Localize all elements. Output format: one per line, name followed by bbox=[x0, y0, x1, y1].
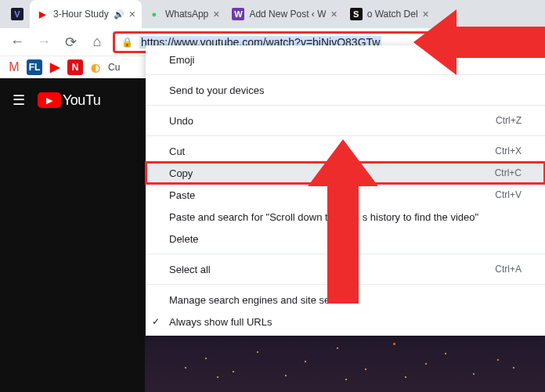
annotation-arrow-up-icon bbox=[304, 139, 382, 304]
tab-title: o Watch Del bbox=[367, 9, 418, 20]
favicon: S bbox=[350, 8, 363, 20]
tab-title: 3-Hour Study bbox=[53, 9, 109, 20]
svg-marker-1 bbox=[308, 139, 378, 304]
reload-button[interactable]: ⟳ bbox=[60, 31, 81, 53]
gmail-icon[interactable]: M bbox=[6, 59, 22, 75]
youtube-play-icon: ▶ bbox=[38, 92, 61, 108]
forward-button[interactable]: → bbox=[33, 31, 55, 53]
browser-tab[interactable]: V bbox=[5, 0, 30, 28]
check-icon: ✓ bbox=[152, 316, 160, 327]
separator bbox=[146, 135, 545, 136]
shortcut: Ctrl+A bbox=[495, 264, 522, 275]
shortcut: Ctrl+Z bbox=[496, 115, 522, 126]
wordpress-icon: W bbox=[232, 8, 244, 20]
browser-tab[interactable]: ● WhatsApp × bbox=[142, 0, 226, 28]
home-button[interactable]: ⌂ bbox=[86, 31, 108, 53]
youtube-icon: ▶ bbox=[36, 8, 49, 20]
svg-marker-0 bbox=[413, 9, 545, 75]
tab-title: Add New Post ‹ W bbox=[249, 9, 326, 20]
favicon: V bbox=[11, 8, 23, 20]
annotation-arrow-left-icon bbox=[413, 3, 545, 81]
tab-close-icon[interactable]: × bbox=[330, 8, 337, 20]
tab-close-icon[interactable]: × bbox=[213, 8, 219, 20]
separator bbox=[146, 105, 545, 106]
context-menu-show-full-urls[interactable]: ✓ Always show full URLs bbox=[146, 311, 545, 333]
browser-tab[interactable]: W Add New Post ‹ W × bbox=[226, 0, 343, 28]
bookmark-icon[interactable]: ◐ bbox=[88, 59, 103, 75]
back-button[interactable]: ← bbox=[6, 31, 28, 53]
netflix-icon[interactable]: N bbox=[67, 59, 83, 75]
bookmark-label[interactable]: Cu bbox=[108, 62, 120, 73]
context-menu-send-to-devices[interactable]: Send to your devices bbox=[146, 79, 545, 101]
shortcut: Ctrl+C bbox=[495, 167, 522, 178]
youtube-logo[interactable]: ▶ YouTu bbox=[38, 92, 100, 109]
shortcut: Ctrl+V bbox=[495, 189, 522, 200]
audio-indicator-icon[interactable]: 🔊 bbox=[114, 9, 125, 20]
tab-title: WhatsApp bbox=[165, 9, 208, 20]
context-menu-undo[interactable]: Undo Ctrl+Z bbox=[146, 110, 545, 131]
lock-icon: 🔒 bbox=[121, 37, 133, 48]
youtube-logo-text: YouTu bbox=[63, 92, 100, 109]
browser-tab-active[interactable]: ▶ 3-Hour Study 🔊 × bbox=[30, 0, 142, 28]
shortcut: Ctrl+X bbox=[495, 146, 522, 156]
youtube-icon[interactable]: ▶ bbox=[47, 59, 63, 75]
whatsapp-icon: ● bbox=[148, 8, 161, 20]
bookmark-icon[interactable]: FL bbox=[27, 59, 42, 75]
tab-close-icon[interactable]: × bbox=[129, 8, 135, 20]
hamburger-menu-icon[interactable]: ☰ bbox=[13, 92, 25, 109]
